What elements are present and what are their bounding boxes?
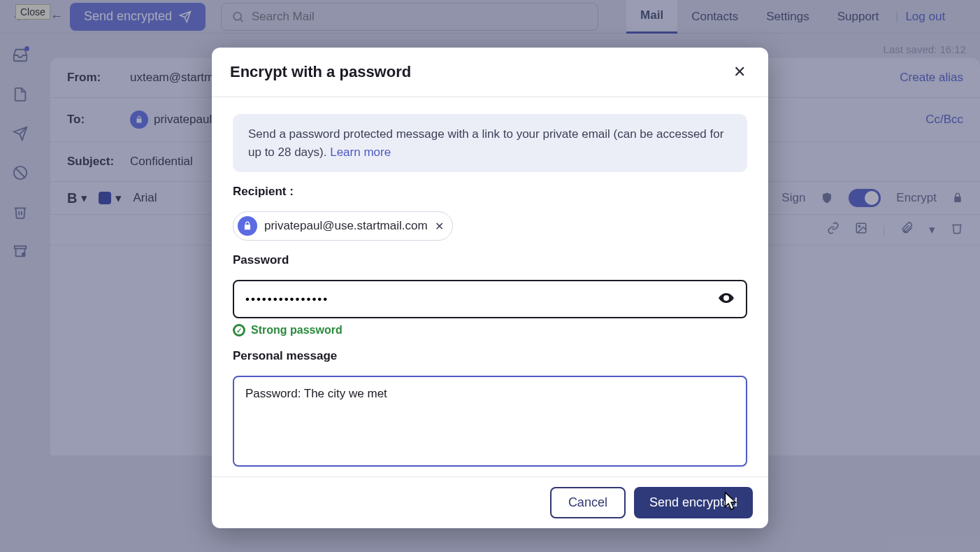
strength-icon: ✓ <box>233 324 245 337</box>
modal-body: Send a password protected message with a… <box>212 97 768 476</box>
toggle-visibility-icon[interactable] <box>718 290 735 309</box>
strength-label: Strong password <box>251 324 343 337</box>
password-strength: ✓ Strong password <box>233 324 747 337</box>
close-icon[interactable]: ✕ <box>729 62 750 83</box>
modal-header: Encrypt with a password ✕ <box>212 48 768 97</box>
recipient-label: Recipient : <box>233 185 747 199</box>
lock-icon <box>238 216 257 236</box>
personal-message-input[interactable] <box>233 376 747 467</box>
encrypt-modal: Encrypt with a password ✕ Send a passwor… <box>212 48 768 528</box>
modal-backdrop: Encrypt with a password ✕ Send a passwor… <box>0 0 980 552</box>
modal-info-text: Send a password protected message with a… <box>248 127 723 159</box>
password-label: Password <box>233 253 747 267</box>
send-encrypted-modal-button[interactable]: Send encrypted <box>634 487 753 518</box>
personal-message-label: Personal message <box>233 349 747 363</box>
remove-recipient-icon[interactable]: ✕ <box>435 220 444 233</box>
recipient-value: privatepaul@use.startmail.com <box>264 219 428 233</box>
modal-info-box: Send a password protected message with a… <box>233 114 747 172</box>
modal-title: Encrypt with a password <box>230 63 411 81</box>
modal-footer: Cancel Send encrypted <box>212 476 768 528</box>
recipient-chip: privatepaul@use.startmail.com ✕ <box>233 211 453 241</box>
cancel-button[interactable]: Cancel <box>550 487 626 518</box>
password-input[interactable] <box>245 292 711 306</box>
password-field[interactable] <box>233 280 747 318</box>
learn-more-link[interactable]: Learn more <box>330 146 391 159</box>
